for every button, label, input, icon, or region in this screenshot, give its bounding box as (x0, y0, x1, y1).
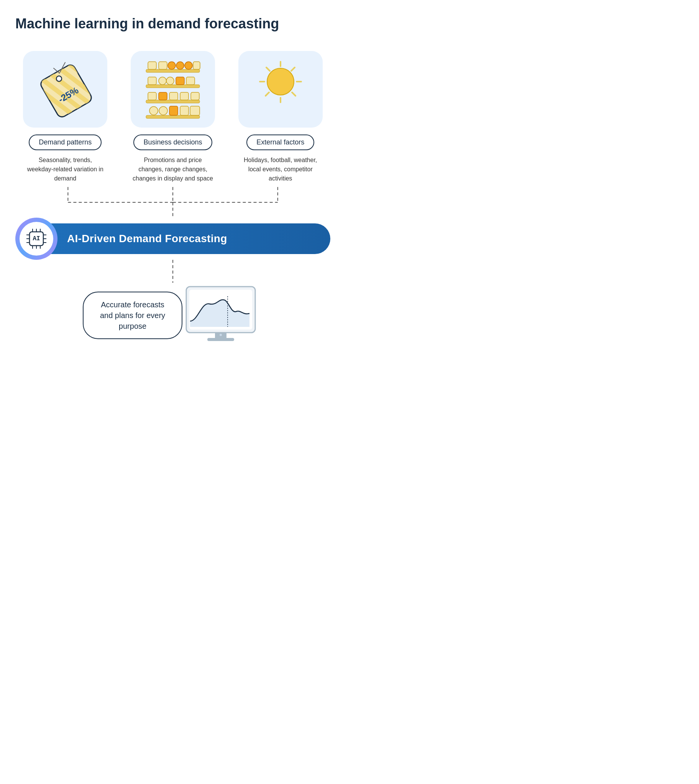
svg-point-16 (185, 62, 192, 69)
svg-rect-30 (146, 115, 200, 118)
svg-rect-33 (169, 106, 178, 115)
demand-patterns-label: Demand patterns (29, 134, 101, 150)
output-section: Accurate forecasts and plans for every p… (15, 283, 330, 348)
svg-rect-70 (207, 338, 234, 341)
svg-line-37 (291, 68, 295, 71)
business-decisions-desc: Promotions and price changes, range chan… (133, 155, 213, 183)
svg-point-31 (149, 106, 158, 115)
svg-line-39 (292, 93, 295, 96)
ai-banner-bar: AI-Driven Demand Forecasting (36, 223, 330, 254)
ai-circle-inner: AI (20, 222, 53, 256)
svg-point-71 (220, 334, 222, 336)
sun-icon (250, 59, 311, 120)
price-tag-icon: -25% (36, 59, 94, 120)
bottom-connector-svg (172, 260, 174, 283)
svg-rect-13 (159, 62, 167, 69)
svg-line-41 (265, 93, 269, 96)
dashed-lines (15, 187, 330, 218)
page-title: Machine learning in demand forecasting (15, 15, 330, 32)
svg-rect-23 (186, 77, 195, 85)
shelves-icon (140, 59, 205, 120)
output-label: Accurate forecasts and plans for every p… (83, 292, 182, 339)
svg-rect-34 (180, 106, 189, 115)
svg-rect-25 (148, 93, 156, 100)
svg-point-20 (159, 77, 166, 85)
svg-rect-11 (146, 69, 200, 73)
demand-patterns-icon-box: -25% (23, 51, 107, 127)
ai-banner-text: AI-Driven Demand Forecasting (67, 233, 227, 245)
svg-rect-26 (159, 93, 167, 100)
card-external-factors: External factors Holidays, football, wea… (230, 51, 330, 183)
external-factors-desc: Holidays, football, weather, local event… (240, 155, 321, 183)
ai-circle: AI (15, 218, 58, 260)
svg-point-21 (166, 77, 174, 85)
svg-rect-22 (176, 77, 184, 85)
svg-point-15 (176, 62, 184, 69)
business-decisions-label: Business decisions (133, 134, 212, 150)
card-demand-patterns: -25% Demand patterns Seasonality, trends… (15, 51, 115, 183)
svg-point-14 (168, 62, 176, 69)
business-decisions-icon-box (131, 51, 215, 127)
demand-patterns-desc: Seasonality, trends, weekday-related var… (25, 155, 105, 183)
svg-line-43 (266, 68, 270, 71)
svg-text:AI: AI (33, 235, 40, 242)
card-business-decisions: Business decisions Promotions and price … (123, 51, 223, 183)
svg-rect-19 (148, 77, 156, 85)
svg-rect-17 (193, 62, 200, 69)
cards-row: -25% Demand patterns Seasonality, trends… (15, 51, 330, 183)
svg-rect-24 (146, 100, 200, 103)
svg-rect-29 (191, 93, 199, 100)
svg-rect-12 (148, 62, 156, 69)
external-factors-label: External factors (247, 134, 314, 150)
svg-rect-18 (146, 85, 200, 88)
ai-banner-wrapper: AI AI-Driven Demand Forecasting (15, 218, 330, 260)
svg-rect-35 (190, 106, 200, 115)
svg-rect-27 (169, 93, 178, 100)
connector-lines-svg (15, 187, 330, 218)
svg-point-44 (267, 68, 294, 95)
ai-chip-icon: AI (24, 227, 49, 251)
external-factors-icon-box (239, 51, 323, 127)
bottom-dashed-line (15, 260, 330, 283)
svg-point-32 (159, 106, 167, 115)
svg-rect-28 (180, 93, 189, 100)
monitor-icon (179, 283, 263, 348)
